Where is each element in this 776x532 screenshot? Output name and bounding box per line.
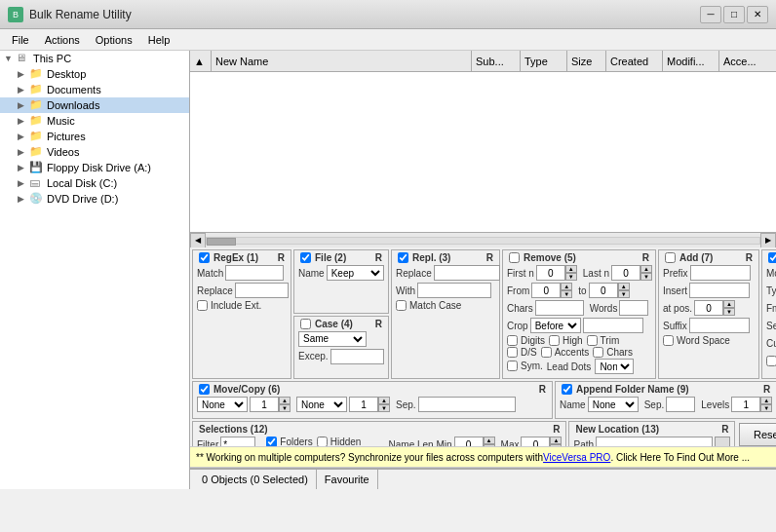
add-suffix-input[interactable] xyxy=(689,318,750,333)
remove-to-down[interactable]: ▼ xyxy=(618,290,630,298)
col-sub[interactable]: Sub... xyxy=(472,51,521,71)
remove-lastn-up[interactable]: ▲ xyxy=(640,265,652,273)
remove-from-up[interactable]: ▲ xyxy=(561,283,572,290)
tree-item-videos[interactable]: ▶ 📁 Videos xyxy=(0,144,189,160)
replace-replace-input[interactable] xyxy=(434,265,500,281)
tree-toggle-dvd[interactable]: ▶ xyxy=(18,194,29,204)
tree-item-downloads[interactable]: ▶ 📁 Downloads xyxy=(0,97,189,113)
autodate-checkbox[interactable] xyxy=(768,252,776,263)
case-checkbox[interactable] xyxy=(300,319,311,329)
add-atpos-input[interactable] xyxy=(694,300,723,316)
col-type[interactable]: Type xyxy=(521,51,567,71)
file-checkbox[interactable] xyxy=(300,252,311,263)
remove-accents-checkbox[interactable] xyxy=(541,347,552,358)
remove-to-input[interactable] xyxy=(589,283,618,298)
tree-toggle-local[interactable]: ▶ xyxy=(18,178,29,188)
remove-chars-input[interactable] xyxy=(535,300,584,316)
remove-r-btn[interactable]: R xyxy=(642,252,649,263)
replace-matchcase-checkbox[interactable] xyxy=(396,300,407,311)
remove-to-up[interactable]: ▲ xyxy=(618,283,630,290)
scroll-right-btn[interactable]: ▶ xyxy=(760,233,776,248)
remove-firstn-down[interactable]: ▼ xyxy=(565,273,577,281)
remove-high-checkbox[interactable] xyxy=(549,335,560,346)
movecopy-val1-up[interactable]: ▲ xyxy=(279,397,291,404)
movecopy-val2-input[interactable] xyxy=(349,397,378,412)
menu-file[interactable]: File xyxy=(4,32,37,48)
tree-item-music[interactable]: ▶ 📁 Music xyxy=(0,113,189,129)
selections-folders-checkbox[interactable] xyxy=(266,437,277,446)
maximize-button[interactable]: □ xyxy=(723,6,745,23)
regex-checkbox[interactable] xyxy=(199,252,210,263)
movecopy-none2-select[interactable]: None xyxy=(296,397,347,412)
col-size[interactable]: Size xyxy=(567,51,606,71)
scroll-track[interactable] xyxy=(206,237,760,245)
tree-item-desktop[interactable]: ▶ 📁 Desktop xyxy=(0,66,189,82)
regex-r-btn[interactable]: R xyxy=(278,252,285,263)
appendfolder-r-btn[interactable]: R xyxy=(763,384,770,395)
selections-filter-input[interactable] xyxy=(220,437,255,446)
file-name-select[interactable]: Keep xyxy=(327,265,384,281)
close-button[interactable]: ✕ xyxy=(747,6,768,23)
add-atpos-up[interactable]: ▲ xyxy=(723,300,735,308)
remove-words-input[interactable] xyxy=(619,300,648,316)
scroll-thumb[interactable] xyxy=(207,238,236,246)
newlocation-browse-btn[interactable]: ... xyxy=(715,437,730,446)
filelist-body[interactable] xyxy=(190,72,776,232)
replace-with-input[interactable] xyxy=(417,283,491,298)
add-wordspace-checkbox[interactable] xyxy=(663,335,674,346)
remove-crop-select[interactable]: Before After xyxy=(530,318,581,333)
movecopy-sep-input[interactable] xyxy=(418,397,516,412)
add-atpos-down[interactable]: ▼ xyxy=(723,308,735,316)
remove-checkbox[interactable] xyxy=(509,252,520,263)
appendfolder-sep-input[interactable] xyxy=(666,397,695,412)
tree-item-floppy[interactable]: ▶ 💾 Floppy Disk Drive (A:) xyxy=(0,160,189,175)
scroll-left-btn[interactable]: ◀ xyxy=(190,233,206,248)
movecopy-val1-input[interactable] xyxy=(250,397,279,412)
selections-namelen-down[interactable]: ▼ xyxy=(484,444,495,446)
reset-button[interactable]: Reset xyxy=(739,423,776,446)
tree-item-documents[interactable]: ▶ 📁 Documents xyxy=(0,82,189,97)
appendfolder-levels-up[interactable]: ▲ xyxy=(760,397,772,404)
col-modified[interactable]: Modifi... xyxy=(663,51,719,71)
case-except-input[interactable] xyxy=(330,349,384,364)
selections-namemax-up[interactable]: ▲ xyxy=(550,437,562,444)
tree-toggle-documents[interactable]: ▶ xyxy=(18,85,29,95)
case-same-select[interactable]: Same xyxy=(298,331,367,347)
case-r-btn[interactable]: R xyxy=(375,319,382,329)
remove-chars2-checkbox[interactable] xyxy=(593,347,603,358)
movecopy-r-btn[interactable]: R xyxy=(539,384,546,395)
menu-options[interactable]: Options xyxy=(88,32,140,48)
tree-toggle-downloads[interactable]: ▶ xyxy=(18,100,29,110)
tree-toggle-pictures[interactable]: ▶ xyxy=(18,132,29,141)
appendfolder-name-select[interactable]: None xyxy=(588,397,639,412)
filelist-scrollbar[interactable]: ◀ ▶ xyxy=(190,232,776,247)
tree-item-local[interactable]: ▶ 🖴 Local Disk (C:) xyxy=(0,175,189,191)
tree-toggle-music[interactable]: ▶ xyxy=(18,116,29,126)
tree-toggle-desktop[interactable]: ▶ xyxy=(18,69,29,79)
newlocation-r-btn[interactable]: R xyxy=(721,424,728,435)
tree-item-pictures[interactable]: ▶ 📁 Pictures xyxy=(0,129,189,144)
minimize-button[interactable]: ─ xyxy=(700,6,721,23)
tree-toggle-videos[interactable]: ▶ xyxy=(18,147,29,157)
promo-brand-link[interactable]: ViceVersa PRO xyxy=(543,452,610,463)
movecopy-checkbox[interactable] xyxy=(199,384,210,395)
replace-r-btn[interactable]: R xyxy=(486,252,493,263)
remove-non-select[interactable]: Non xyxy=(595,359,634,374)
selections-namemax-input[interactable] xyxy=(521,437,550,446)
tree-item-dvd[interactable]: ▶ 💿 DVD Drive (D:) xyxy=(0,191,189,207)
autodate-cent-checkbox[interactable] xyxy=(766,356,776,366)
selections-namemax-down[interactable]: ▼ xyxy=(550,444,562,446)
tree-toggle-thispc[interactable]: ▼ xyxy=(4,54,16,63)
add-prefix-input[interactable] xyxy=(690,265,751,281)
add-r-btn[interactable]: R xyxy=(746,252,753,263)
regex-replace-input[interactable] xyxy=(235,283,289,298)
remove-lastn-input[interactable] xyxy=(611,265,640,281)
newlocation-path-input[interactable] xyxy=(596,437,713,446)
col-sort[interactable]: ▲ xyxy=(190,51,212,71)
movecopy-val2-up[interactable]: ▲ xyxy=(378,397,390,404)
tree-item-thispc[interactable]: ▼ 🖥 This PC xyxy=(0,51,189,66)
remove-lastn-down[interactable]: ▼ xyxy=(640,273,652,281)
remove-digits-checkbox[interactable] xyxy=(507,335,518,346)
replace-checkbox[interactable] xyxy=(398,252,408,263)
regex-match-input[interactable] xyxy=(225,265,284,281)
